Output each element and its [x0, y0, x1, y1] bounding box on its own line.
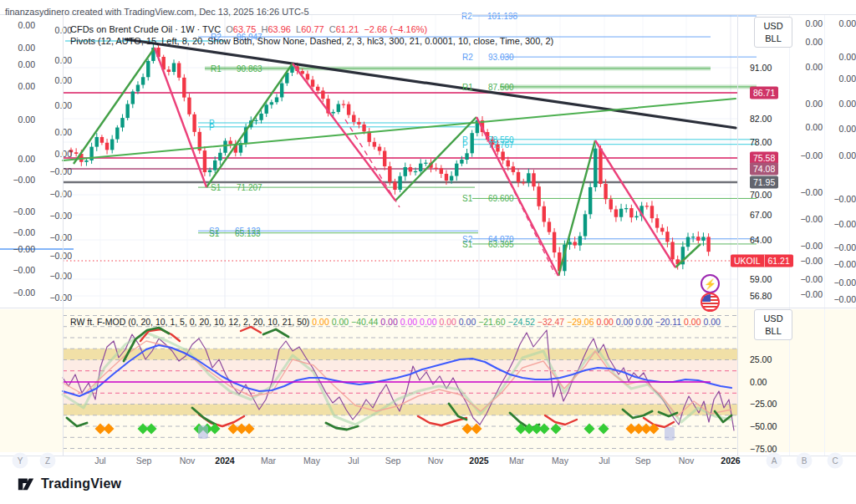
price-axis-border [737, 14, 738, 456]
fmod-value-17: 0.00 [703, 317, 722, 327]
symbol-legend-seg-9: −2.66 (−4.16%) [364, 24, 427, 34]
symbol-legend-seg-4: 63.96 [268, 24, 296, 34]
unit-bll-label[interactable]: BLL [765, 326, 782, 336]
symbol-legend-seg-7: C [329, 24, 336, 34]
fmod-value-6: 0.00 [439, 317, 458, 327]
fmod-value-5: 0.00 [420, 317, 439, 327]
fmod-value-3: 0.00 [380, 317, 400, 327]
main-price-scale-unit-box[interactable]: USD BLL [754, 17, 792, 48]
flag-canton [702, 294, 711, 302]
gray-box-marker [198, 425, 208, 439]
pivots-indicator-legend[interactable]: Pivots (12, AUTO, 15, Left, 8, 20, Show … [70, 36, 553, 46]
zigzag-overlay [74, 48, 701, 276]
symbol-legend-seg-1: O [226, 24, 233, 34]
fmod-value-0: 0.00 [312, 317, 331, 327]
fmod-value-13: 0.00 [616, 317, 635, 327]
fmod-value-10: −32.47 [538, 317, 567, 327]
unit-usd-label[interactable]: USD [763, 21, 782, 31]
fmod-value-7: 0.00 [459, 317, 478, 327]
lightning-badge-icon[interactable]: ⚡ [701, 274, 720, 293]
aux-scale-divider-2 [824, 14, 825, 456]
us-flag-badge-icon[interactable] [701, 293, 720, 312]
panel-price-scale-unit-box[interactable]: USD BLL [754, 309, 792, 340]
symbol-legend-seg-2: 63.75 [233, 24, 262, 34]
fmod-value-16: 0.00 [684, 317, 703, 327]
watermark: finanzasydinero created with TradingView… [5, 7, 309, 17]
symbol-legend[interactable]: CFDs on Brent Crude Oil · 1W · TVC O63.7… [70, 24, 427, 34]
price-chart-canvas[interactable] [0, 0, 856, 504]
aux-scale-divider-1 [789, 14, 790, 456]
gray-box-marker [665, 427, 675, 440]
fmod-value-2: −40.44 [351, 317, 380, 327]
symbol-legend-seg-8: 61.21 [336, 24, 364, 34]
symbol-legend-seg-0: CFDs on Brent Crude Oil · 1W · TVC [70, 24, 226, 34]
fmod-indicator-legend[interactable]: RW ft. F-MOD (0, 20, 10, 1, 5, 0, 20, 10… [70, 317, 723, 327]
fmod-value-8: −21.60 [478, 317, 507, 327]
symbol-legend-seg-6: 60.77 [301, 24, 329, 34]
fmod-value-15: −20.11 [655, 317, 685, 327]
fmod-title: RW ft. F-MOD (0, 20, 10, 1, 5, 0, 20, 10… [70, 317, 312, 327]
tradingview-chart-window: finanzasydinero created with TradingView… [0, 0, 856, 504]
indicator-panel-background [0, 309, 856, 452]
fmod-value-4: 0.00 [400, 317, 420, 327]
fmod-value-12: 0.00 [596, 317, 615, 327]
left-plot-border [63, 14, 64, 456]
fmod-value-1: 0.00 [332, 317, 351, 327]
unit-bll-label[interactable]: BLL [765, 33, 782, 43]
fmod-value-9: −24.52 [507, 317, 537, 327]
footer: TradingView [17, 475, 121, 493]
pane-separator[interactable] [0, 308, 856, 308]
tradingview-logo-icon[interactable] [17, 475, 35, 493]
unit-usd-label[interactable]: USD [763, 313, 782, 323]
time-axis-border [0, 456, 856, 456]
tradingview-logo-text[interactable]: TradingView [41, 476, 121, 491]
fmod-value-14: 0.00 [635, 317, 655, 327]
fmod-value-11: −29.06 [567, 317, 596, 327]
